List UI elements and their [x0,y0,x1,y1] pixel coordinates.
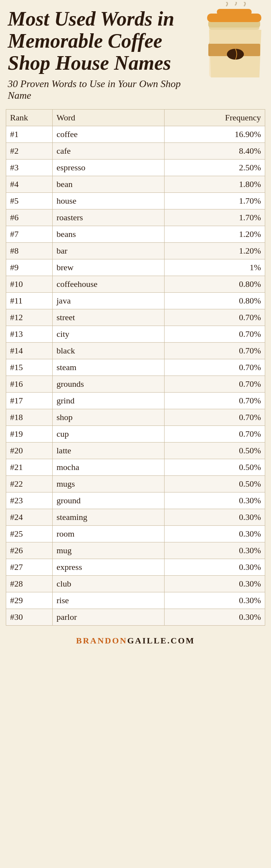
cell-frequency: 0.30% [165,542,265,559]
cell-frequency: 0.70% [165,342,265,359]
table-row: #20latte0.50% [6,442,265,459]
cell-word: coffee [53,126,165,142]
cell-frequency: 0.30% [165,609,265,625]
cell-rank: #25 [6,525,53,542]
table-row: #18shop0.70% [6,409,265,425]
brand-first: BRANDON [76,636,127,645]
table-row: #10coffeehouse0.80% [6,276,265,292]
cell-frequency: 0.70% [165,425,265,442]
cell-frequency: 0.70% [165,409,265,425]
cell-word: roasters [53,209,165,226]
cell-rank: #11 [6,292,53,309]
cell-rank: #9 [6,259,53,276]
cell-rank: #8 [6,242,53,259]
cell-word: city [53,326,165,342]
cell-frequency: 2.50% [165,159,265,176]
svg-rect-8 [217,9,252,15]
cell-frequency: 0.30% [165,592,265,609]
cell-frequency: 16.90% [165,126,265,142]
cell-rank: #3 [6,159,53,176]
header-section: Most Used Words in Memorable Coffee Shop… [0,0,271,105]
cell-rank: #15 [6,359,53,376]
words-table: Rank Word Frequency #1coffee16.90%#2cafe… [6,109,265,626]
footer-brand: BRANDONGAILLE.COM [0,630,271,652]
cell-frequency: 0.70% [165,359,265,376]
cell-word: cafe [53,142,165,159]
cell-frequency: 1% [165,259,265,276]
table-row: #30parlor0.30% [6,609,265,625]
cell-word: beans [53,226,165,242]
cell-word: cup [53,425,165,442]
table-row: #2cafe8.40% [6,142,265,159]
table-row: #1coffee16.90% [6,126,265,142]
cell-rank: #20 [6,442,53,459]
cell-rank: #10 [6,276,53,292]
cell-rank: #7 [6,226,53,242]
cell-rank: #16 [6,376,53,392]
cell-frequency: 0.80% [165,276,265,292]
table-row: #14black0.70% [6,342,265,359]
cell-frequency: 1.20% [165,226,265,242]
table-row: #29rise0.30% [6,592,265,609]
cell-word: java [53,292,165,309]
table-row: #12street0.70% [6,309,265,326]
cell-rank: #24 [6,509,53,525]
cell-rank: #22 [6,475,53,492]
cell-rank: #2 [6,142,53,159]
cell-frequency: 8.40% [165,142,265,159]
cell-frequency: 0.80% [165,292,265,309]
table-row: #5house1.70% [6,192,265,209]
subtitle: 30 Proven Words to Use in Your Own Shop … [8,78,201,101]
table-row: #27express0.30% [6,559,265,575]
cell-word: shop [53,409,165,425]
cell-rank: #28 [6,575,53,592]
table-row: #28club0.30% [6,575,265,592]
cell-rank: #26 [6,542,53,559]
cell-frequency: 1.70% [165,192,265,209]
table-row: #22mugs0.50% [6,475,265,492]
table-header-row: Rank Word Frequency [6,109,265,126]
cell-frequency: 0.70% [165,309,265,326]
cell-rank: #17 [6,392,53,409]
cell-frequency: 0.30% [165,525,265,542]
cell-frequency: 0.30% [165,559,265,575]
table-row: #7beans1.20% [6,226,265,242]
cell-word: mug [53,542,165,559]
brand-second: GAILLE.COM [127,636,195,645]
col-word: Word [53,109,165,126]
table-row: #21mocha0.50% [6,459,265,475]
cell-rank: #18 [6,409,53,425]
table-row: #24steaming0.30% [6,509,265,525]
table-section: Rank Word Frequency #1coffee16.90%#2cafe… [0,105,271,630]
table-row: #19cup0.70% [6,425,265,442]
table-row: #26mug0.30% [6,542,265,559]
cell-word: espresso [53,159,165,176]
cell-word: steam [53,359,165,376]
cell-word: house [53,192,165,209]
cell-frequency: 0.30% [165,575,265,592]
cell-rank: #13 [6,326,53,342]
cell-rank: #12 [6,309,53,326]
cell-rank: #4 [6,176,53,192]
cell-rank: #30 [6,609,53,625]
cell-rank: #14 [6,342,53,359]
cell-frequency: 0.30% [165,509,265,525]
coffee-cup-decoration [201,2,269,83]
main-title: Most Used Words in Memorable Coffee Shop… [8,8,194,74]
table-row: #16grounds0.70% [6,376,265,392]
cell-word: street [53,309,165,326]
cell-frequency: 0.30% [165,492,265,509]
table-row: #8bar1.20% [6,242,265,259]
cell-rank: #5 [6,192,53,209]
cell-rank: #21 [6,459,53,475]
table-row: #15steam0.70% [6,359,265,376]
cell-word: mugs [53,475,165,492]
cell-frequency: 1.70% [165,209,265,226]
cell-frequency: 1.80% [165,176,265,192]
cell-frequency: 0.50% [165,442,265,459]
cell-word: black [53,342,165,359]
col-rank: Rank [6,109,53,126]
cell-frequency: 0.70% [165,326,265,342]
cell-word: mocha [53,459,165,475]
cell-frequency: 0.70% [165,392,265,409]
